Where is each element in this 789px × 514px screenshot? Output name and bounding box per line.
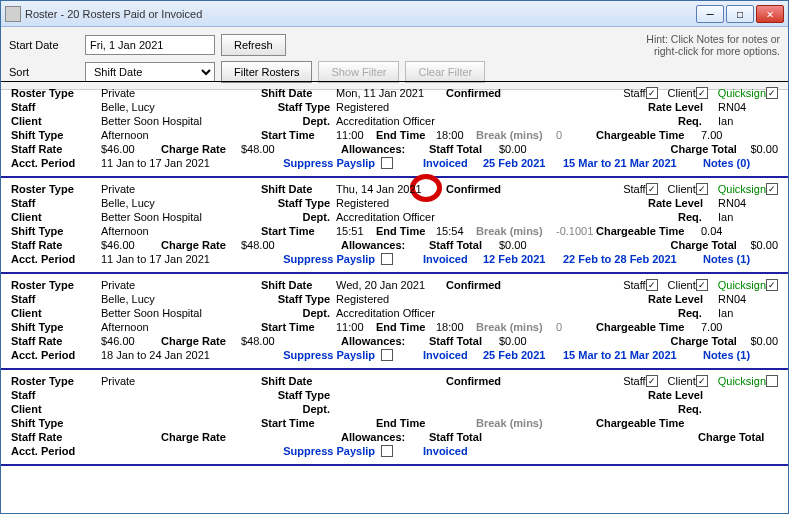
checkbox[interactable] [696,375,708,387]
dept-value: Accreditation Officer [336,115,516,127]
roster-type-label: Roster Type [11,87,101,99]
shift-type-label: Shift Type [11,129,101,141]
end-time-value: 18:00 [436,129,476,141]
roster-type-value: Private [101,279,261,291]
checkbox[interactable] [766,279,778,291]
staff-rate-label: Staff Rate [11,335,101,347]
rate-level-label: Rate Level [648,389,718,401]
staff-rate-value: $46.00 [101,335,161,347]
pay-range: 15 Mar to 21 Mar 2021 [563,157,703,169]
start-date-label: Start Date [9,39,79,51]
sort-select[interactable]: Shift Date [85,62,215,82]
suppress-payslip-link[interactable]: Suppress Payslip [261,253,381,265]
roster-list[interactable]: Roster Type Private Shift Date Mon, 11 J… [1,81,788,513]
hint-text: Hint: Click Notes for notes or right-cli… [646,33,780,57]
client-value: Better Soon Hospital [101,307,261,319]
pay-range: 22 Feb to 28 Feb 2021 [563,253,703,265]
charge-total-label: Charge Total [670,239,750,251]
end-time-value: 15:54 [436,225,476,237]
req-value: Ian [718,115,778,127]
shift-type-label: Shift Type [11,417,101,429]
checkbox[interactable] [381,253,393,265]
checkbox[interactable] [696,87,708,99]
shift-date-value: Thu, 14 Jan 2021 [336,183,446,195]
window-title: Roster - 20 Rosters Paid or Invoiced [25,8,696,20]
staff-total-label: Staff Total [429,239,499,251]
req-label: Req. [678,211,718,223]
checkbox[interactable] [646,375,658,387]
staff-type-value: Registered [336,293,446,305]
staff-total-value: $0.00 [499,335,549,347]
show-filter-button[interactable]: Show Filter [318,61,399,83]
notes-link[interactable]: Notes (1) [703,253,750,265]
sort-label: Sort [9,66,79,78]
checkbox[interactable] [381,349,393,361]
roster-window: Roster - 20 Rosters Paid or Invoiced – ☐… [0,0,789,514]
chargeable-label: Chargeable Time [596,321,701,333]
filter-rosters-button[interactable]: Filter Rosters [221,61,312,83]
start-time-value: 15:51 [336,225,376,237]
refresh-button[interactable]: Refresh [221,34,286,56]
minimize-button[interactable]: – [696,5,724,23]
staff-check-label: Staff [623,183,645,195]
chargeable-value: 0.04 [701,225,722,237]
checkbox[interactable] [646,183,658,195]
roster-card: Roster Type Private Shift Date Thu, 14 J… [1,178,788,274]
checkbox[interactable] [696,183,708,195]
suppress-payslip-link[interactable]: Suppress Payslip [261,349,381,361]
checkbox[interactable] [646,87,658,99]
shift-type-label: Shift Type [11,225,101,237]
clear-filter-button[interactable]: Clear Filter [405,61,485,83]
notes-link[interactable]: Notes (0) [703,157,750,169]
end-time-label: End Time [376,225,436,237]
charge-total-label: Charge Total [670,143,750,155]
maximize-button[interactable]: ☐ [726,5,754,23]
roster-type-value: Private [101,375,261,387]
staff-check-label: Staff [623,87,645,99]
staff-value: Belle, Lucy [101,101,261,113]
allowances-label: Allowances: [341,239,429,251]
client-value: Better Soon Hospital [101,115,261,127]
chargeable-label: Chargeable Time [596,225,701,237]
client-label: Client [11,115,101,127]
checkbox[interactable] [696,279,708,291]
req-value: Ian [718,211,778,223]
chargeable-value: 7.00 [701,129,722,141]
break-value: 0 [556,321,596,333]
roster-type-label: Roster Type [11,279,101,291]
chargeable-label: Chargeable Time [596,417,701,429]
shift-date-label: Shift Date [261,183,336,195]
dept-value: Accreditation Officer [336,211,516,223]
req-label: Req. [678,403,718,415]
suppress-payslip-link[interactable]: Suppress Payslip [261,157,381,169]
start-date-input[interactable] [85,35,215,55]
charge-total-label: Charge Total [670,335,750,347]
dept-label: Dept. [261,403,336,415]
checkbox[interactable] [766,375,778,387]
req-label: Req. [678,307,718,319]
checkbox[interactable] [766,183,778,195]
acct-period-value: 18 Jan to 24 Jan 2021 [101,349,261,361]
client-value: Better Soon Hospital [101,211,261,223]
checkbox[interactable] [381,445,393,457]
break-value: -0.1001 [556,225,596,237]
staff-rate-value: $46.00 [101,239,161,251]
client-check-label: Client [668,183,696,195]
start-time-label: Start Time [261,129,336,141]
checkbox[interactable] [381,157,393,169]
quicksign-label: Quicksign [718,87,766,99]
checkbox[interactable] [766,87,778,99]
charge-rate-label: Charge Rate [161,239,241,251]
charge-rate-value: $48.00 [241,239,301,251]
suppress-payslip-link[interactable]: Suppress Payslip [261,445,381,457]
checkbox[interactable] [646,279,658,291]
close-button[interactable]: ✕ [756,5,784,23]
dept-label: Dept. [261,115,336,127]
staff-rate-label: Staff Rate [11,143,101,155]
staff-total-value: $0.00 [499,143,549,155]
notes-link[interactable]: Notes (1) [703,349,750,361]
client-check-label: Client [668,375,696,387]
app-icon [5,6,21,22]
client-check-label: Client [668,279,696,291]
start-time-value: 11:00 [336,321,376,333]
